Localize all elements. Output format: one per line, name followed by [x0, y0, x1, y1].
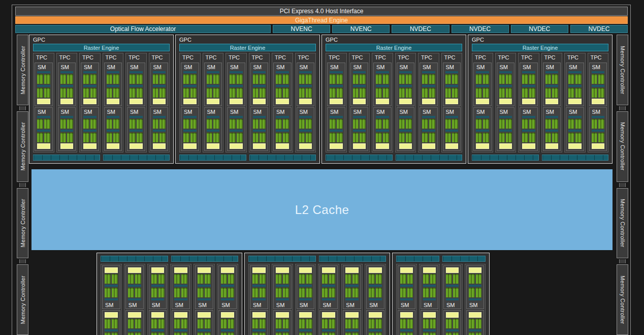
sm-yellow-bar: [345, 267, 359, 273]
sm-teal-bar: [198, 285, 211, 287]
rop-partition: [326, 155, 393, 161]
sm-core-block: [592, 74, 605, 84]
sm-core-block: [423, 319, 436, 328]
sm-core-subblock: [337, 133, 343, 142]
sm-core-subblock: [476, 332, 482, 335]
sm-teal-bar: [276, 329, 289, 331]
sm-core-subblock: [598, 88, 604, 98]
sm-core-subblock: [90, 88, 96, 98]
sm-teal-bar: [322, 285, 335, 287]
sm-box: SM: [250, 265, 268, 309]
sm-core-block: [469, 332, 481, 335]
sm-yellow-bar: [322, 312, 335, 318]
memory-controller-box: Memory Controller: [617, 264, 628, 335]
sm-teal-bar: [83, 130, 96, 132]
sm-core-subblock: [400, 319, 406, 328]
sm-core-subblock: [90, 133, 96, 142]
sm-box: SM: [589, 63, 607, 106]
l2-cache-label: L2 Cache: [295, 203, 349, 217]
sm-core-subblock: [221, 319, 227, 328]
sm-core-subblock: [221, 274, 227, 284]
sm-box: SM: [125, 265, 144, 309]
sm-core-subblock: [112, 274, 118, 284]
sm-teal-bar: [568, 116, 582, 118]
tpc-label: TPC: [566, 53, 584, 62]
sm-label: SM: [107, 64, 120, 70]
sm-yellow-bar: [522, 143, 535, 149]
sm-label: SM: [545, 108, 559, 115]
sm-core-block: [369, 288, 382, 297]
sm-label: SM: [568, 108, 582, 115]
sm-yellow-bar: [105, 267, 118, 273]
tpc-box: TPCSMSM: [226, 53, 247, 153]
sm-yellow-bar: [151, 267, 165, 273]
sm-label: SM: [130, 108, 143, 115]
sm-core-subblock: [159, 74, 166, 84]
sm-core-subblock: [407, 332, 413, 335]
sm-core-block: [400, 288, 413, 297]
sm-core-subblock: [383, 119, 389, 129]
sm-core-subblock: [151, 274, 157, 284]
sm-yellow-bar: [60, 143, 74, 149]
sm-yellow-bar: [183, 99, 197, 104]
sm-teal-bar: [60, 71, 74, 73]
sm-core-block: [183, 119, 197, 129]
tpc-box: TPCSMSM: [518, 53, 539, 153]
sm-core-block: [345, 274, 359, 284]
sm-core-block: [151, 319, 165, 328]
sm-core-subblock: [252, 332, 259, 335]
sm-yellow-bar: [299, 267, 312, 273]
sm-core-subblock: [283, 88, 289, 98]
sm-core-subblock: [337, 119, 343, 129]
sm-teal-bar: [446, 329, 459, 331]
sm-core-block: [253, 88, 266, 98]
sm-core-block: [369, 274, 382, 284]
sm-label: SM: [469, 301, 481, 308]
sm-box: SM: [204, 63, 222, 106]
sm-box: SM: [397, 63, 415, 106]
tpc-label: TPC: [497, 53, 515, 62]
sm-core-subblock: [221, 332, 227, 335]
sm-core-block: [183, 133, 197, 142]
sm-core-subblock: [230, 119, 236, 129]
sm-box: SM: [398, 265, 415, 309]
sm-teal-bar: [153, 71, 166, 73]
sm-label: SM: [369, 301, 382, 308]
sm-core-block: [299, 119, 312, 129]
tpc-label: TPC: [473, 53, 492, 62]
sm-core-subblock: [469, 332, 475, 335]
sm-label: SM: [276, 301, 289, 308]
sm-core-block: [128, 288, 141, 297]
codec-engine-nvdec-box: NVDEC: [511, 25, 568, 33]
sm-core-subblock: [213, 133, 219, 142]
sm-teal-bar: [107, 116, 120, 118]
sm-core-subblock: [60, 74, 67, 84]
tpc-box: TPCSMSM: [56, 53, 78, 153]
sm-box: SM: [81, 63, 99, 106]
sm-core-subblock: [568, 119, 574, 129]
sm-core-subblock: [205, 274, 211, 284]
sm-box: SM: [172, 265, 190, 309]
sm-teal-bar: [253, 85, 266, 87]
sm-core-subblock: [151, 319, 157, 328]
sm-yellow-bar: [151, 312, 165, 318]
sm-core-block: [221, 332, 234, 335]
sm-core-block: [207, 119, 220, 129]
tpc-box: TPCSMSM: [249, 53, 270, 153]
sm-teal-bar: [299, 85, 312, 87]
sm-teal-bar: [183, 116, 197, 118]
sm-yellow-bar: [174, 267, 187, 273]
sm-core-subblock: [205, 288, 211, 297]
sm-teal-bar: [221, 298, 234, 300]
tpc-box: TPCSMSM: [442, 264, 463, 335]
sm-teal-bar: [422, 116, 435, 118]
tpc-box: TPCSMSM: [295, 264, 316, 335]
sm-core-subblock: [130, 119, 136, 129]
sm-core-subblock: [299, 332, 305, 335]
sm-core-subblock: [452, 88, 458, 98]
sm-teal-bar: [253, 71, 266, 73]
sm-core-subblock: [190, 88, 197, 98]
sm-teal-bar: [83, 71, 96, 73]
sm-core-block: [153, 74, 166, 84]
sm-label: SM: [128, 301, 141, 308]
